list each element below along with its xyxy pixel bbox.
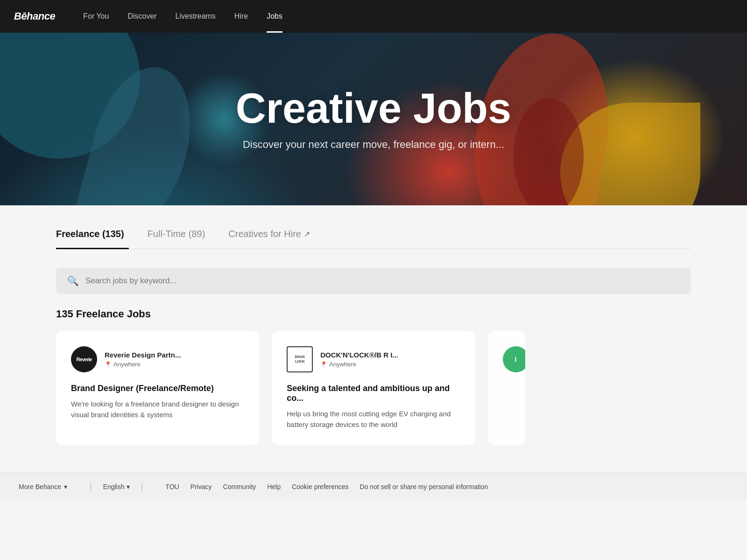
company-name-2: DOCK'N'LOCK®/B R I... bbox=[320, 351, 398, 359]
docklock-text-top: DOCK bbox=[295, 355, 305, 359]
navbar: Bēhance For You Discover Livestreams Hir… bbox=[0, 0, 747, 33]
company-location-1: 📍 Anywhere bbox=[105, 361, 181, 368]
location-text-2: Anywhere bbox=[329, 361, 356, 368]
job-card-2-header: DOCK LOCK DOCK'N'LOCK®/B R I... 📍 Anywhe… bbox=[287, 346, 459, 372]
hero-banner: Creative Jobs Discover your next career … bbox=[0, 33, 747, 205]
footer-divider-1: | bbox=[90, 482, 92, 491]
nav-item-jobs[interactable]: Jobs bbox=[257, 0, 292, 33]
location-text-1: Anywhere bbox=[113, 361, 141, 368]
hero-content: Creative Jobs Discover your next career … bbox=[217, 87, 530, 151]
nav-item-for-you[interactable]: For You bbox=[74, 0, 118, 33]
company-info-2: DOCK'N'LOCK®/B R I... 📍 Anywhere bbox=[320, 351, 398, 368]
footer-divider-2: | bbox=[141, 482, 143, 491]
nav-item-hire[interactable]: Hire bbox=[225, 0, 257, 33]
company-logo-text-3: I bbox=[515, 356, 517, 363]
external-link-icon: ↗ bbox=[304, 230, 310, 238]
nav-item-livestreams[interactable]: Livestreams bbox=[166, 0, 225, 33]
footer: More Behance ▾ | English ▾ | TOU Privacy… bbox=[0, 473, 747, 500]
main-content: Freelance (135) Full-Time (89) Creatives… bbox=[0, 205, 747, 445]
nav-links: For You Discover Livestreams Hire Jobs bbox=[74, 0, 292, 33]
job-desc-2: Help us bring the most cutting edge EV c… bbox=[287, 409, 459, 430]
footer-lang-label: English bbox=[103, 483, 125, 490]
footer-link-do-not-sell[interactable]: Do not sell or share my personal informa… bbox=[360, 483, 488, 490]
footer-link-tou[interactable]: TOU bbox=[165, 483, 179, 490]
brand-logo[interactable]: Bēhance bbox=[14, 10, 55, 22]
footer-more-behance[interactable]: More Behance ▾ bbox=[19, 483, 67, 490]
tab-freelance[interactable]: Freelance (135) bbox=[56, 229, 129, 249]
footer-link-cookie[interactable]: Cookie preferences bbox=[292, 483, 348, 490]
job-card-1[interactable]: Reverie Reverie Design Partn... 📍 Anywhe… bbox=[56, 331, 259, 445]
footer-link-community[interactable]: Community bbox=[223, 483, 256, 490]
hero-title: Creative Jobs bbox=[236, 87, 511, 129]
pin-icon-2: 📍 bbox=[320, 361, 327, 368]
docklock-text-bottom: LOCK bbox=[295, 359, 305, 364]
footer-link-privacy[interactable]: Privacy bbox=[190, 483, 212, 490]
job-card-2[interactable]: DOCK LOCK DOCK'N'LOCK®/B R I... 📍 Anywhe… bbox=[272, 331, 474, 445]
hero-subtitle: Discover your next career move, freelanc… bbox=[236, 139, 511, 151]
company-location-2: 📍 Anywhere bbox=[320, 361, 398, 368]
job-card-3-header: I bbox=[503, 346, 510, 372]
tab-fulltime[interactable]: Full-Time (89) bbox=[148, 229, 210, 249]
jobs-count: 135 Freelance Jobs bbox=[56, 308, 691, 331]
nav-link-jobs[interactable]: Jobs bbox=[257, 0, 292, 33]
footer-links: TOU Privacy Community Help Cookie prefer… bbox=[165, 483, 488, 490]
tab-freelance-label: Freelance (135) bbox=[56, 229, 124, 239]
company-logo-reverie: Reverie bbox=[71, 346, 97, 372]
pin-icon-1: 📍 bbox=[105, 361, 112, 368]
company-name-1: Reverie Design Partn... bbox=[105, 351, 181, 359]
nav-link-discover[interactable]: Discover bbox=[118, 0, 166, 33]
footer-link-help[interactable]: Help bbox=[267, 483, 281, 490]
job-cards-row: Reverie Reverie Design Partn... 📍 Anywhe… bbox=[56, 331, 691, 445]
company-logo-docklock: DOCK LOCK bbox=[287, 346, 313, 372]
search-bar: 🔍 bbox=[56, 268, 691, 294]
company-logo-text-reverie: Reverie bbox=[77, 357, 92, 362]
company-info-1: Reverie Design Partn... 📍 Anywhere bbox=[105, 351, 181, 368]
footer-lang-chevron: ▾ bbox=[127, 483, 130, 490]
nav-link-livestreams[interactable]: Livestreams bbox=[166, 0, 225, 33]
footer-more-label: More Behance bbox=[19, 483, 61, 490]
nav-link-hire[interactable]: Hire bbox=[225, 0, 257, 33]
job-title-2: Seeking a talented and ambitious up and … bbox=[287, 384, 459, 403]
tab-fulltime-label: Full-Time (89) bbox=[148, 229, 205, 239]
footer-language[interactable]: English ▾ bbox=[103, 483, 130, 490]
job-card-3[interactable]: I bbox=[488, 331, 525, 445]
tab-creatives-for-hire[interactable]: Creatives for Hire ↗ bbox=[228, 229, 315, 249]
search-input[interactable] bbox=[85, 276, 680, 286]
search-icon: 🔍 bbox=[67, 275, 79, 287]
job-desc-1: We're looking for a freelance brand desi… bbox=[71, 399, 244, 420]
job-title-1: Brand Designer (Freelance/Remote) bbox=[71, 384, 244, 393]
tabs-section: Freelance (135) Full-Time (89) Creatives… bbox=[56, 205, 691, 249]
nav-item-discover[interactable]: Discover bbox=[118, 0, 166, 33]
nav-link-for-you[interactable]: For You bbox=[74, 0, 118, 33]
company-logo-3: I bbox=[503, 346, 525, 372]
tab-creatives-label: Creatives for Hire bbox=[228, 229, 301, 239]
footer-more-chevron: ▾ bbox=[64, 483, 67, 490]
job-card-1-header: Reverie Reverie Design Partn... 📍 Anywhe… bbox=[71, 346, 244, 372]
search-section: 🔍 bbox=[56, 249, 691, 308]
